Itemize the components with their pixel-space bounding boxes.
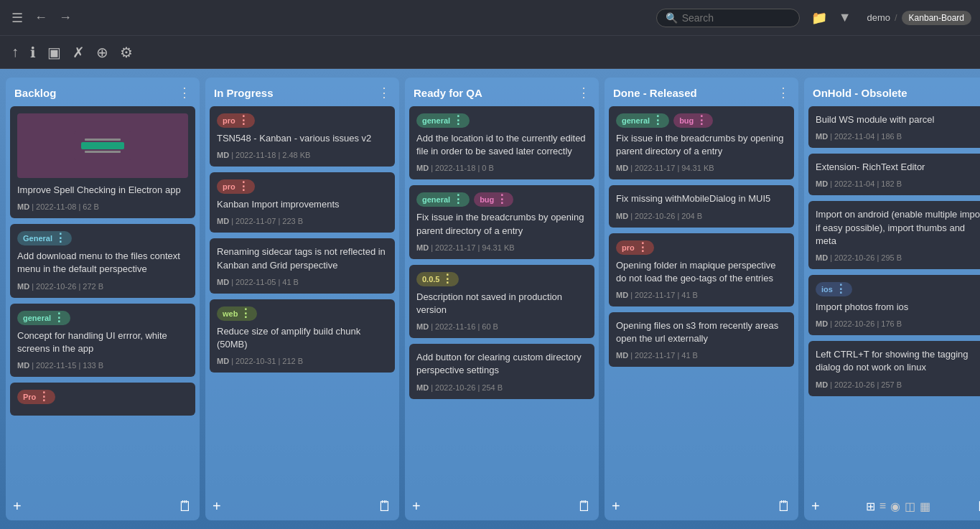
tag-dot: ⋮ [238, 115, 249, 126]
card-title: Add the location id to the currently edi… [416, 132, 587, 158]
card[interactable]: general ⋮bug ⋮Fix issue in the breadcrum… [409, 185, 594, 258]
card[interactable]: ios ⋮Import photos from iosMD | 2022-10-… [808, 275, 980, 335]
card-type: MD [217, 217, 229, 225]
column-title: In Progress [214, 87, 274, 99]
list-view-icon[interactable]: ≡ [879, 500, 886, 513]
tag-dot: ⋮ [38, 391, 50, 403]
add-card-button[interactable]: + [612, 498, 620, 515]
tag-dot: ⋮ [637, 242, 648, 253]
column-menu-icon[interactable]: ⋮ [178, 85, 191, 100]
column-cards: pro ⋮TSN548 - Kanban - various issues v2… [205, 106, 399, 492]
card-meta: MD | 2022-11-07 | 223 B [217, 217, 388, 225]
card[interactable]: Pro ⋮ [10, 383, 195, 416]
workspace-selector[interactable]: 📁 [808, 7, 830, 29]
card-title: Reduce size of amplify build chunk (50MB… [217, 325, 388, 351]
search-box[interactable]: 🔍 [656, 9, 800, 27]
card[interactable]: general ⋮bug ⋮Fix issue in the breadcrum… [609, 106, 794, 179]
forward-button[interactable]: → [56, 7, 75, 28]
column-note-button[interactable]: 🗒 [577, 498, 592, 515]
map-icon[interactable]: ◫ [905, 500, 915, 513]
card-meta: MD | 2022-10-26 | 257 B [816, 380, 980, 389]
card-meta: MD | 2022-10-31 | 212 B [217, 357, 388, 365]
card[interactable]: general ⋮Add the location id to the curr… [409, 106, 594, 179]
column-menu-icon[interactable]: ⋮ [777, 85, 790, 100]
card[interactable]: General ⋮Add download menu to the files … [10, 224, 195, 297]
card[interactable]: 0.0.5 ⋮Description not saved in producti… [409, 265, 594, 338]
card[interactable]: Renaming sidecar tags is not reflected i… [210, 238, 395, 293]
card-tags: pro ⋮ [217, 113, 388, 128]
card[interactable]: pro ⋮Opening folder in mapique perspecti… [609, 233, 794, 306]
card-tags: ios ⋮ [816, 282, 980, 296]
add-card-button[interactable]: + [412, 498, 421, 515]
back-button[interactable]: ← [32, 7, 50, 28]
card[interactable]: web ⋮Reduce size of amplify build chunk … [210, 299, 395, 373]
card-meta: MD | 2022-10-26 | 272 B [17, 282, 188, 291]
grid-view-icon[interactable]: ⊞ [866, 500, 875, 513]
card-title: Opening files on s3 from recently areas … [616, 319, 787, 345]
tag-dot: ⋮ [452, 115, 464, 126]
card[interactable]: Improve Spell Checking in Electron appMD… [10, 106, 195, 218]
camera-icon[interactable]: ◉ [890, 500, 900, 513]
view-icons: ⊞ ≡ ◉ ◫ ▦ [866, 500, 930, 513]
workspace-dropdown-icon[interactable]: ▼ [836, 7, 854, 28]
card-meta: MD | 2022-11-17 | 94.31 KB [416, 243, 587, 252]
settings-icon[interactable]: ⚙ [120, 44, 133, 61]
card[interactable]: pro ⋮Kanban Import improvementsMD | 2022… [210, 172, 395, 233]
add-card-button[interactable]: + [811, 498, 820, 515]
card[interactable]: Opening files on s3 from recently areas … [609, 312, 794, 367]
breadcrumb-separator: / [895, 12, 897, 23]
board-area: Backlog ⋮ Improve Spell Checking in Elec… [0, 69, 980, 529]
card-tags: pro ⋮ [616, 240, 787, 255]
card-tag-ios: ios ⋮ [816, 282, 852, 296]
card-title: Fix issue in the breadcrumbs by opening … [416, 211, 587, 237]
column-readyforqa: Ready for QA ⋮ general ⋮Add the location… [405, 78, 599, 520]
card-tag-general: general ⋮ [416, 113, 470, 128]
folder-icon[interactable]: ▣ [47, 44, 61, 61]
card[interactable]: Left CTRL+T for showing the tagging dial… [808, 341, 980, 395]
card[interactable]: Import on android (enable multiple impor… [808, 201, 980, 269]
tag-dot: ⋮ [240, 308, 251, 319]
upload-icon[interactable]: ↑ [11, 44, 19, 60]
card[interactable]: general ⋮Concept for handling UI errror,… [10, 304, 195, 377]
column-inprogress: In Progress ⋮ pro ⋮TSN548 - Kanban - var… [205, 78, 399, 520]
add-card-button[interactable]: + [13, 498, 22, 515]
card-meta: MD | 2022-10-26 | 254 B [416, 383, 587, 392]
search-input[interactable] [682, 12, 783, 24]
kanban-icon[interactable]: ▦ [920, 500, 930, 513]
card[interactable]: Add button for clearing custom directory… [409, 344, 594, 398]
add-card-button[interactable]: + [213, 498, 221, 515]
column-menu-icon[interactable]: ⋮ [378, 85, 391, 100]
card-tag-general: general ⋮ [416, 192, 470, 207]
svg-rect-3 [85, 151, 121, 153]
close-icon[interactable]: ✗ [73, 44, 85, 61]
column-note-button[interactable]: 🗒 [976, 498, 980, 515]
board-name[interactable]: Kanban-Board [902, 11, 971, 25]
svg-rect-2 [85, 139, 121, 141]
card-tag-pro: pro ⋮ [616, 240, 654, 255]
column-note-button[interactable]: 🗒 [178, 498, 192, 515]
column-menu-icon[interactable]: ⋮ [577, 85, 590, 100]
column-title: OnHold - Obsolete [813, 87, 907, 99]
card-meta: MD | 2022-11-17 | 41 B [616, 291, 787, 299]
card-type: MD [416, 243, 429, 252]
card[interactable]: Fix missing withMobileDialog in MUI5MD |… [609, 185, 794, 227]
tag-dot: ⋮ [238, 181, 249, 192]
column-note-button[interactable]: 🗒 [378, 498, 392, 515]
card-type: MD [416, 383, 429, 392]
card-type: MD [416, 322, 429, 331]
column-title: Backlog [14, 87, 56, 99]
card-type: MD [816, 253, 828, 262]
card[interactable]: pro ⋮TSN548 - Kanban - various issues v2… [210, 106, 395, 167]
info-icon[interactable]: ℹ [30, 44, 36, 61]
card-title: Import photos from ios [816, 301, 980, 314]
column-footer: + 🗒 [405, 492, 599, 520]
column-footer: + 🗒 [205, 492, 399, 520]
toolbar: ↑ ℹ ▣ ✗ ⊕ ⚙ [0, 36, 980, 69]
card[interactable]: Build WS module with parcelMD | 2022-11-… [808, 106, 980, 148]
menu-icon[interactable]: ☰ [9, 7, 26, 29]
add-icon[interactable]: ⊕ [96, 44, 108, 61]
card-type: MD [416, 164, 429, 172]
card[interactable]: Extension- RichText EditorMD | 2022-11-0… [808, 154, 980, 195]
column-menu-icon[interactable]: ⋮ [976, 85, 980, 100]
column-note-button[interactable]: 🗒 [777, 498, 791, 515]
